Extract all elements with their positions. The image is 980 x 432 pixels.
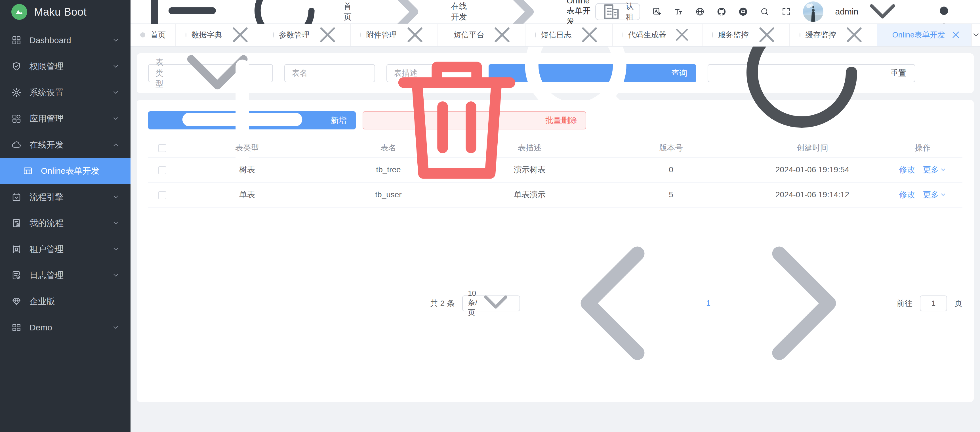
sidebar-item-label: 我的流程 bbox=[30, 217, 112, 229]
translate-button[interactable] bbox=[652, 7, 662, 16]
close-icon[interactable] bbox=[227, 22, 253, 48]
tab-首页[interactable]: 首页 bbox=[130, 24, 176, 46]
column-header: 操作 bbox=[883, 139, 963, 157]
sidebar-item-租户管理[interactable]: 租户管理 bbox=[0, 236, 130, 262]
app-title: Maku Boot bbox=[34, 6, 86, 18]
cell-version: 0 bbox=[600, 157, 742, 182]
tab-dot bbox=[448, 32, 449, 37]
sidebar-menu: Dashboard权限管理系统设置应用管理在线开发Online表单开发流程引擎我… bbox=[0, 27, 130, 432]
chevron-down-icon bbox=[112, 37, 119, 44]
row-checkbox[interactable] bbox=[158, 166, 166, 174]
close-icon[interactable] bbox=[841, 22, 867, 48]
apps-icon bbox=[11, 113, 22, 124]
search-icon bbox=[760, 7, 770, 16]
trash-icon bbox=[372, 46, 542, 207]
header: 首页在线开发Online表单开发 默认租户 bbox=[130, 0, 980, 24]
sidebar-item-label: 应用管理 bbox=[30, 113, 112, 124]
add-button[interactable]: 新增 bbox=[148, 111, 356, 129]
more-link[interactable]: 更多 bbox=[923, 164, 946, 175]
mountain-logo-icon bbox=[11, 4, 27, 20]
app-root: Maku Boot Dashboard权限管理系统设置应用管理在线开发Onlin… bbox=[0, 0, 980, 432]
sidebar-item-日志管理[interactable]: 日志管理 bbox=[0, 262, 130, 289]
close-icon[interactable] bbox=[489, 22, 515, 48]
header-icon-buttons bbox=[652, 7, 791, 16]
sidebar-item-Online表单开发[interactable]: Online表单开发 bbox=[0, 158, 130, 184]
prev-page-button[interactable] bbox=[527, 217, 698, 389]
more-link[interactable]: 更多 bbox=[923, 189, 946, 200]
translate-icon bbox=[652, 7, 662, 16]
tab-附件管理[interactable]: 附件管理 bbox=[351, 24, 438, 46]
tab-缓存监控[interactable]: 缓存监控 bbox=[790, 24, 877, 46]
close-icon[interactable] bbox=[402, 22, 428, 48]
sidebar-item-我的流程[interactable]: 我的流程 bbox=[0, 210, 130, 236]
sidebar-item-流程引擎[interactable]: 流程引擎 bbox=[0, 184, 130, 210]
close-icon[interactable] bbox=[950, 29, 961, 40]
sidebar-item-label: 权限管理 bbox=[30, 61, 112, 72]
tab-label: 缓存监控 bbox=[805, 30, 836, 40]
user-name: admin bbox=[835, 7, 859, 16]
select-all-checkbox[interactable] bbox=[158, 144, 166, 152]
page-unit-label: 页 bbox=[955, 298, 963, 309]
font-size-button[interactable] bbox=[674, 7, 683, 16]
batch-delete-button-label: 批量删除 bbox=[545, 115, 577, 126]
sidebar-item-Dashboard[interactable]: Dashboard bbox=[0, 27, 130, 53]
tab-dot bbox=[535, 32, 536, 37]
goto-label: 前往 bbox=[897, 298, 912, 309]
search-button[interactable] bbox=[760, 7, 770, 16]
gitee-icon bbox=[738, 7, 748, 16]
batch-delete-button[interactable]: 批量删除 bbox=[363, 111, 586, 129]
close-icon[interactable] bbox=[576, 22, 602, 48]
sidebar-item-权限管理[interactable]: 权限管理 bbox=[0, 53, 130, 80]
calendar-check-icon bbox=[11, 192, 22, 202]
next-page-button[interactable] bbox=[719, 217, 889, 389]
sidebar-item-系统设置[interactable]: 系统设置 bbox=[0, 80, 130, 105]
globe-button[interactable] bbox=[695, 7, 705, 16]
close-icon[interactable] bbox=[754, 22, 780, 48]
gear-icon bbox=[11, 88, 22, 98]
page-size-select[interactable]: 10条/页 bbox=[462, 295, 520, 311]
github-button[interactable] bbox=[717, 7, 726, 16]
tab-label: 参数管理 bbox=[279, 30, 310, 40]
tab-短信平台[interactable]: 短信平台 bbox=[438, 24, 525, 46]
sidebar-item-应用管理[interactable]: 应用管理 bbox=[0, 105, 130, 132]
sidebar-item-在线开发[interactable]: 在线开发 bbox=[0, 132, 130, 158]
sidebar-item-Demo[interactable]: Demo bbox=[0, 314, 130, 341]
chevron-left-icon bbox=[527, 217, 698, 389]
plus-icon bbox=[157, 46, 328, 207]
tab-label: 代码生成器 bbox=[628, 30, 667, 40]
chevron-down-icon bbox=[940, 167, 946, 173]
avatar[interactable] bbox=[803, 2, 823, 22]
close-icon[interactable] bbox=[671, 24, 692, 45]
pagination-total: 共 2 条 bbox=[430, 298, 455, 309]
building-icon bbox=[601, 2, 621, 22]
reset-button[interactable]: 重置 bbox=[708, 64, 915, 82]
breadcrumb-item[interactable]: 首页 bbox=[344, 1, 352, 22]
breadcrumb-item[interactable]: 在线开发 bbox=[451, 1, 468, 22]
tab-Online表单开发[interactable]: Online表单开发 bbox=[877, 24, 972, 46]
pagination: 共 2 条 10条/页 1 前往 页 bbox=[148, 207, 963, 402]
close-icon[interactable] bbox=[315, 22, 340, 48]
edit-link[interactable]: 修改 bbox=[899, 164, 915, 175]
sidebar-item-label: Dashboard bbox=[30, 35, 112, 45]
tab-overflow-button[interactable] bbox=[972, 24, 980, 46]
tab-代码生成器[interactable]: 代码生成器 bbox=[613, 24, 703, 46]
tab-参数管理[interactable]: 参数管理 bbox=[263, 24, 351, 46]
current-page[interactable]: 1 bbox=[705, 299, 711, 308]
tenant-select[interactable]: 默认租户 bbox=[595, 3, 640, 20]
gem-icon bbox=[11, 297, 22, 306]
tab-服务监控[interactable]: 服务监控 bbox=[703, 24, 790, 46]
chevron-down-icon bbox=[112, 272, 119, 279]
goto-page-input[interactable] bbox=[920, 295, 947, 311]
tab-数据字典[interactable]: 数据字典 bbox=[176, 24, 263, 46]
chevron-down-icon bbox=[112, 115, 119, 122]
sidebar-item-label: Demo bbox=[30, 323, 112, 332]
edit-link[interactable]: 修改 bbox=[899, 189, 915, 200]
row-checkbox[interactable] bbox=[158, 191, 166, 199]
tab-dot bbox=[186, 32, 186, 37]
fullscreen-button[interactable] bbox=[781, 7, 791, 16]
gitee-button[interactable] bbox=[738, 7, 748, 16]
tab-短信日志[interactable]: 短信日志 bbox=[525, 24, 613, 46]
sidebar-item-企业版[interactable]: 企业版 bbox=[0, 289, 130, 314]
chevron-down-icon bbox=[112, 194, 119, 200]
doc-check-icon bbox=[11, 270, 22, 281]
